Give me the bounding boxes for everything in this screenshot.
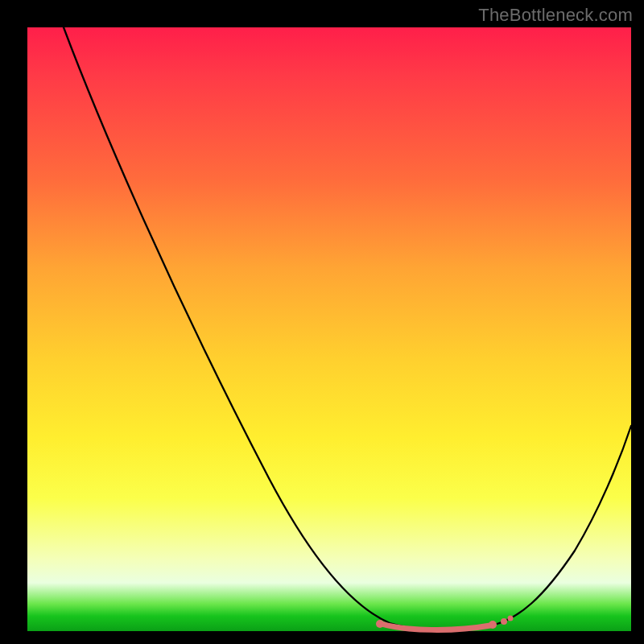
optimal-range-dot [508,616,514,621]
optimal-range-dot [501,618,507,625]
plot-area [27,27,631,631]
bottleneck-curve-svg [27,27,631,631]
watermark-text: TheBottleneck.com [478,5,633,26]
bottleneck-curve [64,27,631,630]
optimal-range-marker [382,624,490,630]
optimal-range-start-dot [376,620,384,628]
optimal-range-end-dot [489,621,497,629]
chart-frame: TheBottleneck.com [0,0,644,644]
